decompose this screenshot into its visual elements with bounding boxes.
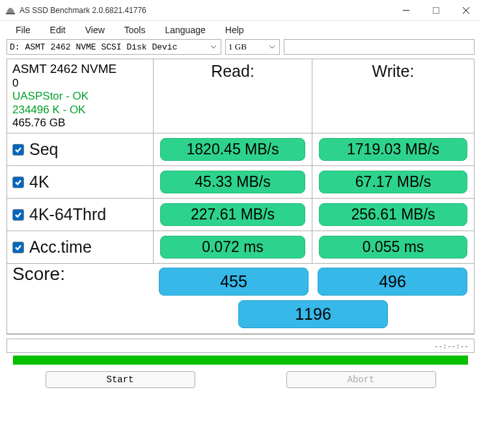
svg-rect-2: [433, 7, 439, 13]
app-icon: [5, 5, 16, 16]
start-button[interactable]: Start: [46, 371, 195, 388]
checkbox-4k[interactable]: [12, 176, 24, 188]
driver-status: UASPStor - OK: [12, 90, 117, 103]
score-total: 1196: [238, 300, 388, 328]
label-seq: Seq: [29, 140, 58, 159]
menu-file[interactable]: File: [7, 23, 40, 36]
4k-read: 45.33 MB/s: [160, 171, 305, 193]
menubar: File Edit View Tools Language Help: [0, 21, 481, 38]
score-read: 455: [159, 268, 309, 296]
abort-button[interactable]: Abort: [286, 371, 436, 388]
alignment-status: 234496 K - OK: [12, 104, 117, 117]
acctime-write: 0.055 ms: [319, 236, 467, 259]
label-4k64: 4K-64Thrd: [29, 205, 106, 224]
results-grid: ASMT 2462 NVME 0 UASPStor - OK 234496 K …: [7, 59, 474, 335]
progress-time-text: --:--:--: [434, 342, 469, 350]
header-row: ASMT 2462 NVME 0 UASPStor - OK 234496 K …: [7, 59, 474, 133]
status-field: [284, 39, 474, 55]
minimize-button[interactable]: [391, 0, 421, 21]
acctime-read: 0.072 ms: [160, 236, 305, 259]
menu-view[interactable]: View: [76, 23, 114, 36]
4k64-read: 227.61 MB/s: [160, 203, 305, 226]
progress-time: --:--:--: [7, 339, 474, 353]
window-title: AS SSD Benchmark 2.0.6821.41776: [20, 6, 391, 15]
header-read-label: Read:: [211, 62, 254, 81]
size-select-value: 1 GB: [228, 42, 247, 52]
seq-read: 1820.45 MB/s: [160, 138, 305, 161]
menu-help[interactable]: Help: [216, 23, 253, 36]
checkbox-4k64[interactable]: [12, 209, 24, 221]
progress-bar: [13, 356, 468, 365]
row-4k: 4K 45.33 MB/s 67.17 MB/s: [7, 166, 474, 199]
row-acctime: Acc.time 0.072 ms 0.055 ms: [7, 231, 474, 264]
row-seq: Seq 1820.45 MB/s 1719.03 MB/s: [7, 133, 474, 166]
device-name: ASMT 2462 NVME: [12, 62, 117, 77]
device-index: 0: [12, 77, 117, 90]
seq-write: 1719.03 MB/s: [319, 138, 467, 161]
label-acctime: Acc.time: [29, 238, 92, 257]
drive-select-value: D: ASMT 2462 NVME SCSI Disk Devic: [10, 42, 177, 52]
svg-rect-0: [6, 13, 15, 14]
main-panel: ASMT 2462 NVME 0 UASPStor - OK 234496 K …: [0, 59, 481, 388]
4k-write: 67.17 MB/s: [319, 171, 467, 193]
row-score: Score: 455 496 1196: [7, 264, 474, 334]
titlebar: AS SSD Benchmark 2.0.6821.41776: [0, 0, 481, 21]
checkbox-acctime[interactable]: [12, 242, 24, 253]
header-read: Read:: [154, 59, 312, 133]
score-write: 496: [318, 268, 467, 296]
label-4k: 4K: [29, 173, 49, 191]
header-write: Write:: [312, 59, 474, 133]
button-row: Start Abort: [7, 371, 474, 388]
menu-language[interactable]: Language: [156, 23, 214, 36]
header-write-label: Write:: [372, 62, 415, 81]
menu-edit[interactable]: Edit: [41, 23, 75, 36]
score-label: Score:: [7, 264, 154, 333]
menu-tools[interactable]: Tools: [115, 23, 155, 36]
4k64-write: 256.61 MB/s: [319, 203, 467, 226]
chevron-down-icon: [266, 40, 278, 53]
size-select[interactable]: 1 GB: [225, 39, 280, 55]
drive-select[interactable]: D: ASMT 2462 NVME SCSI Disk Devic: [7, 39, 221, 55]
controls-row: D: ASMT 2462 NVME SCSI Disk Devic 1 GB: [0, 38, 481, 59]
row-4k64: 4K-64Thrd 227.61 MB/s 256.61 MB/s: [7, 199, 474, 231]
window-controls: [391, 0, 481, 21]
capacity: 465.76 GB: [12, 117, 117, 130]
checkbox-seq[interactable]: [12, 144, 24, 156]
close-button[interactable]: [451, 0, 481, 21]
device-info: ASMT 2462 NVME 0 UASPStor - OK 234496 K …: [12, 62, 117, 130]
maximize-button[interactable]: [421, 0, 451, 21]
chevron-down-icon: [208, 40, 219, 53]
score-area: 455 496 1196: [154, 264, 474, 333]
